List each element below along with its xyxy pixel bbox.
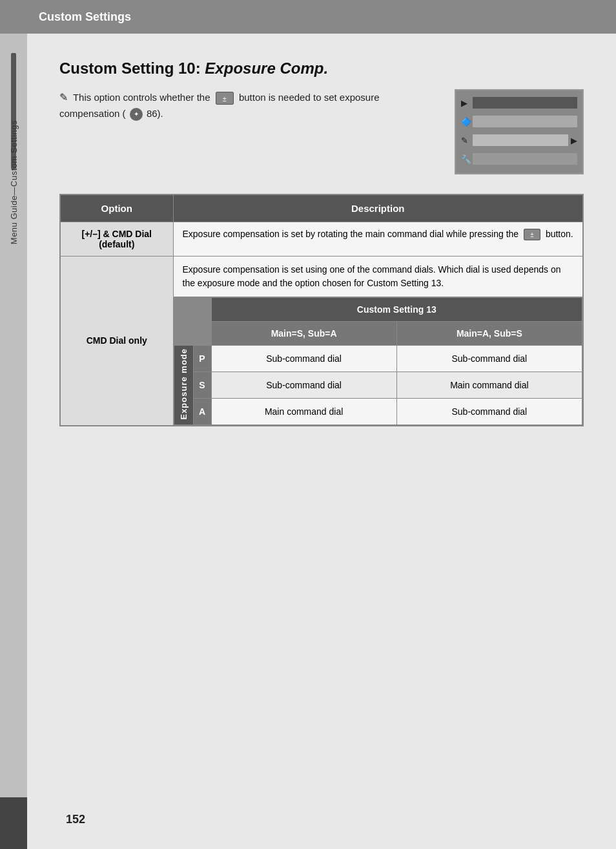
exp-comp-icon-2: ±: [524, 229, 540, 240]
p-col1: Sub-command dial: [211, 346, 396, 372]
menu-arrow: ▶: [568, 136, 577, 145]
menu-bar-3: [473, 134, 568, 146]
page-ref-icon: ✦: [130, 108, 143, 121]
header-title: Custom Settings: [39, 10, 131, 24]
col1-header: Main=S, Sub=A: [211, 322, 396, 346]
menu-bar-2: [473, 116, 577, 127]
intro-section: ✎ This option controls whether the ± but…: [59, 89, 584, 174]
exp-comp-icon: ±: [216, 92, 234, 105]
intro-paragraph: ✎ This option controls whether the ± but…: [59, 89, 435, 121]
table-header-row: Option Description: [60, 194, 583, 222]
a-col2: Sub-command dial: [396, 398, 582, 424]
table-row-cmd: CMD Dial only Exposure compensation is s…: [60, 257, 583, 426]
intro-pencil-icon: ✎: [59, 92, 68, 103]
option-default: [+/–] & CMD Dial (default): [60, 222, 173, 257]
top-header-bar: Custom Settings: [0, 0, 616, 34]
page-title: Custom Setting 10: Exposure Comp.: [59, 59, 584, 78]
sidebar-label: Menu Guide—Custom Settings: [9, 120, 19, 244]
camera-menu-row-1: ▶: [461, 94, 577, 111]
camera-menu-screenshot: ▶ 🔷 ✎ ▶ 🔧: [455, 89, 584, 174]
description-header: Description: [173, 194, 583, 222]
page-number: 152: [66, 813, 85, 826]
s-col2: Main command dial: [396, 372, 582, 398]
p-col2: Sub-command dial: [396, 346, 582, 372]
camera-menu-row-4: 🔧: [461, 151, 577, 167]
inner-row-a: A Main command dial Sub-command dial: [174, 398, 582, 424]
menu-icon-camera: 🔷: [461, 117, 473, 127]
menu-icon-pencil: ✎: [461, 136, 473, 145]
col2-header: Main=A, Sub=S: [396, 322, 582, 346]
intro-text: ✎ This option controls whether the ± but…: [59, 89, 435, 121]
menu-bar-1: [473, 97, 577, 109]
inner-header-row-1: Custom Setting 13: [174, 298, 582, 322]
custom-setting-13-header: Custom Setting 13: [211, 298, 582, 322]
menu-bar-4: [473, 153, 577, 165]
inner-header-row-2: Main=S, Sub=A Main=A, Sub=S: [174, 322, 582, 346]
inner-empty-cell-2: [174, 322, 211, 346]
cmd-desc-top-text: Exposure compensation is set using one o…: [174, 257, 583, 297]
description-cmd: Exposure compensation is set using one o…: [173, 257, 583, 426]
main-content: Custom Setting 10: Exposure Comp. ✎ This…: [27, 34, 616, 849]
sidebar-text-wrapper: Menu Guide—Custom Settings: [0, 85, 27, 279]
inner-empty-cell: [174, 298, 211, 322]
left-sidebar: Menu Guide—Custom Settings: [0, 34, 27, 849]
exposure-mode-cell: Exposure mode: [174, 346, 193, 425]
mode-p-label: P: [193, 346, 211, 372]
title-prefix: Custom Setting 10:: [59, 59, 205, 77]
menu-icon-wrench: 🔧: [461, 154, 473, 164]
inner-row-p: Exposure mode P Sub-command dial Sub-com…: [174, 346, 582, 372]
option-header: Option: [60, 194, 173, 222]
title-italic: Exposure Comp.: [205, 59, 328, 77]
inner-row-s: S Sub-command dial Main command dial: [174, 372, 582, 398]
inner-settings-table: Custom Setting 13 Main=S, Sub=A Main=A, …: [174, 297, 583, 425]
description-default: Exposure compensation is set by rotating…: [173, 222, 583, 257]
options-table: Option Description [+/–] & CMD Dial (def…: [59, 194, 584, 426]
camera-menu-row-2: 🔷: [461, 113, 577, 130]
mode-s-label: S: [193, 372, 211, 398]
exposure-mode-label: Exposure mode: [179, 348, 189, 420]
bottom-dark-block: [0, 797, 27, 849]
table-row-default: [+/–] & CMD Dial (default) Exposure comp…: [60, 222, 583, 257]
mode-a-label: A: [193, 398, 211, 424]
menu-icon-play: ▶: [461, 98, 473, 108]
s-col1: Sub-command dial: [211, 372, 396, 398]
camera-menu-row-3: ✎ ▶: [461, 132, 577, 149]
a-col1: Main command dial: [211, 398, 396, 424]
option-cmd: CMD Dial only: [60, 257, 173, 426]
